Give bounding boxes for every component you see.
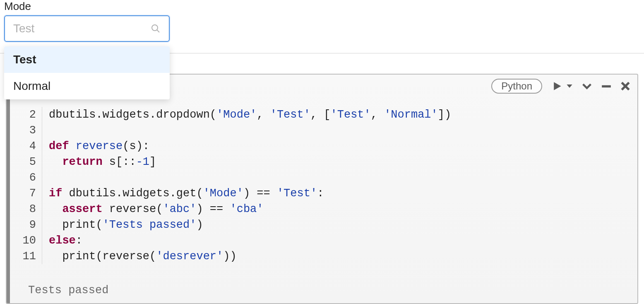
line-number: 7 bbox=[10, 186, 36, 201]
cell-output: Tests passed bbox=[10, 264, 637, 297]
svg-line-1 bbox=[157, 30, 159, 32]
minimize-icon[interactable] bbox=[601, 81, 612, 92]
chevron-down-icon[interactable] bbox=[581, 80, 593, 92]
line-number: 4 bbox=[10, 138, 36, 154]
code-line[interactable]: dbutils.widgets.dropdown('Mode', 'Test',… bbox=[49, 107, 451, 123]
code-body[interactable]: dbutils.widgets.dropdown('Mode', 'Test',… bbox=[42, 107, 451, 264]
code-line[interactable]: print('Tests passed') bbox=[49, 217, 451, 233]
code-line[interactable]: else: bbox=[49, 233, 451, 249]
dropdown-option-test[interactable]: Test bbox=[4, 46, 170, 73]
code-line[interactable] bbox=[49, 123, 451, 138]
line-gutter: 234567891011 bbox=[10, 107, 42, 264]
line-number: 11 bbox=[10, 249, 36, 264]
run-dropdown-icon[interactable] bbox=[550, 81, 573, 92]
line-number: 6 bbox=[10, 170, 36, 186]
mode-select-value: Test bbox=[13, 22, 34, 35]
line-number: 9 bbox=[10, 217, 36, 233]
cell-active-bar bbox=[7, 75, 10, 303]
line-number: 10 bbox=[10, 233, 36, 249]
cell-toolbar: Python bbox=[491, 79, 631, 94]
svg-marker-3 bbox=[567, 84, 572, 88]
search-icon bbox=[151, 24, 161, 34]
line-number: 2 bbox=[10, 107, 36, 123]
code-line[interactable]: print(reverse('desrever')) bbox=[49, 249, 451, 264]
code-line[interactable]: if dbutils.widgets.get('Mode') == 'Test'… bbox=[49, 186, 451, 201]
svg-rect-4 bbox=[602, 85, 611, 87]
dropdown-option-normal[interactable]: Normal bbox=[4, 73, 170, 99]
code-line[interactable]: return s[::-1] bbox=[49, 154, 451, 170]
code-line[interactable]: def reverse(s): bbox=[49, 138, 451, 154]
code-cell: Python 234567891011 dbutils.widgets bbox=[6, 74, 638, 304]
widget-label: Mode bbox=[4, 0, 640, 13]
close-icon[interactable] bbox=[620, 81, 631, 92]
mode-select[interactable]: Test bbox=[4, 15, 170, 42]
language-pill[interactable]: Python bbox=[491, 79, 542, 94]
svg-marker-2 bbox=[554, 82, 561, 90]
svg-point-0 bbox=[152, 25, 158, 31]
code-line[interactable] bbox=[49, 170, 451, 186]
code-editor[interactable]: 234567891011 dbutils.widgets.dropdown('M… bbox=[10, 107, 637, 264]
line-number: 3 bbox=[10, 123, 36, 138]
line-number: 5 bbox=[10, 154, 36, 170]
line-number: 8 bbox=[10, 201, 36, 217]
code-line[interactable]: assert reverse('abc') == 'cba' bbox=[49, 201, 451, 217]
mode-dropdown: TestNormal bbox=[4, 46, 170, 99]
